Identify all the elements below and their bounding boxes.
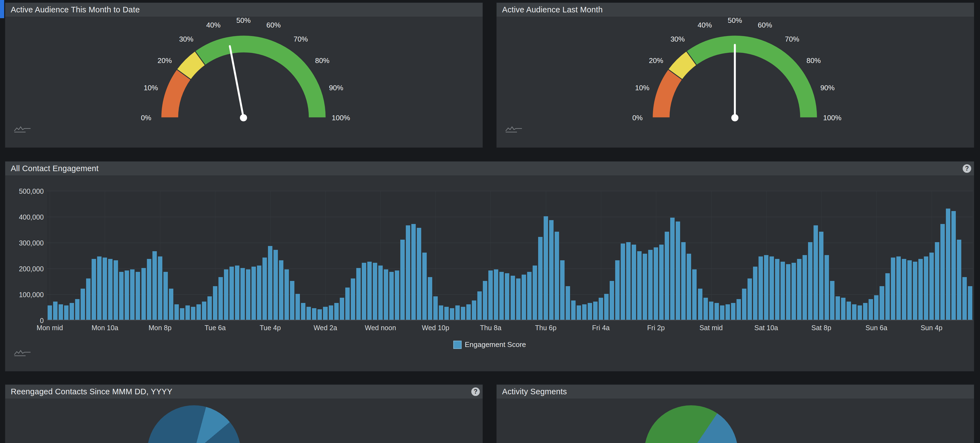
gauge-tick-label: 20%: [649, 56, 663, 65]
engagement-bar: [632, 245, 636, 320]
gauge-band: [195, 35, 326, 118]
engagement-bar: [411, 224, 416, 320]
engagement-bar: [951, 211, 956, 320]
engagement-bar: [896, 257, 901, 320]
engagement-bar: [863, 303, 867, 320]
gauge-tick-label: 60%: [758, 21, 772, 29]
engagement-bar: [544, 216, 548, 320]
gauge-tick-label: 70%: [785, 35, 799, 43]
engagement-bar: [500, 272, 504, 320]
gauge-needle-pivot: [240, 114, 247, 121]
engagement-bar: [224, 269, 228, 320]
engagement-bar: [119, 272, 124, 320]
engagement-bar: [577, 306, 581, 320]
engagement-bar: [781, 262, 785, 320]
reengaged-contacts-pie-chart: [147, 405, 241, 443]
y-axis-labels: 0100,000200,000300,000400,000500,000: [5, 191, 44, 320]
engagement-bar: [257, 266, 261, 320]
engagement-bar: [775, 259, 780, 320]
help-icon[interactable]: ?: [471, 387, 480, 396]
engagement-bar: [196, 304, 201, 320]
x-tick-label: Mon mid: [37, 324, 63, 332]
gauge-tick-label: 10%: [144, 84, 158, 92]
engagement-bar: [59, 304, 63, 320]
engagement-bar: [527, 272, 531, 320]
engagement-bar: [202, 301, 206, 320]
engagement-bar: [114, 260, 118, 320]
help-icon[interactable]: ?: [963, 164, 971, 173]
engagement-bar: [725, 304, 730, 320]
engagement-bar: [505, 273, 509, 320]
engagement-bar: [808, 242, 813, 320]
x-tick-label: Tue 4p: [260, 324, 281, 332]
engagement-bar-chart-plot-area: [47, 191, 973, 320]
engagement-bar: [86, 279, 91, 320]
engagement-bar: [852, 304, 856, 320]
engagement-bar: [924, 257, 928, 320]
y-tick-label: 300,000: [5, 239, 44, 247]
line-chart-watermark-icon: [13, 126, 32, 133]
engagement-bar: [582, 304, 587, 320]
gauge-tick-label: 30%: [179, 35, 193, 43]
panel-header: Activity Segments: [496, 385, 974, 399]
panel-title: Activity Segments: [502, 387, 567, 396]
x-tick-label: Thu 8a: [480, 324, 501, 332]
x-tick-label: Sun 6a: [865, 324, 887, 332]
engagement-bar: [207, 296, 212, 320]
engagement-bar: [279, 260, 283, 320]
x-tick-label: Tue 6a: [204, 324, 226, 332]
y-tick-label: 400,000: [5, 213, 44, 221]
engagement-bar: [621, 244, 625, 320]
engagement-bar: [169, 288, 173, 320]
y-tick-label: 500,000: [5, 187, 44, 195]
engagement-bar: [477, 292, 482, 320]
engagement-bar: [858, 306, 862, 320]
engagement-bar: [246, 269, 250, 320]
engagement-bar: [125, 271, 129, 320]
gauge-tick-label: 40%: [698, 21, 712, 29]
engagement-bar: [175, 304, 179, 320]
engagement-bar: [841, 298, 845, 320]
engagement-bar: [803, 255, 807, 320]
engagement-bar: [461, 307, 465, 320]
x-tick-label: Sat 10a: [754, 324, 778, 332]
engagement-bar: [615, 260, 620, 320]
engagement-bar: [637, 251, 641, 320]
engagement-bar: [566, 286, 570, 320]
engagement-bar: [902, 259, 906, 320]
engagement-bar: [792, 263, 796, 320]
panel-title: Active Audience Last Month: [502, 5, 603, 14]
engagement-bar: [362, 263, 366, 320]
engagement-bar: [494, 269, 498, 320]
engagement-bar: [356, 268, 361, 320]
panel-all-contact-engagement: All Contact Engagement ? 0100,000200,000…: [5, 161, 974, 371]
engagement-bar: [422, 253, 427, 320]
panel-activity-segments: Activity Segments: [496, 384, 974, 443]
y-tick-label: 100,000: [5, 291, 44, 299]
engagement-bar: [53, 301, 57, 320]
engagement-bar: [737, 299, 741, 320]
gauge-tick-label: 100%: [332, 114, 350, 122]
engagement-bar: [940, 224, 945, 320]
gauge-band: [686, 35, 818, 118]
engagement-bar: [384, 269, 388, 320]
engagement-bar: [588, 303, 592, 320]
engagement-bar: [885, 273, 890, 320]
engagement-bar: [428, 277, 432, 320]
engagement-bar: [274, 250, 278, 320]
engagement-bar: [235, 266, 239, 320]
engagement-bar: [907, 260, 912, 320]
engagement-bar: [130, 269, 135, 320]
engagement-bar: [81, 288, 85, 320]
gauge-tick-label: 80%: [315, 56, 329, 65]
engagement-bar: [759, 257, 763, 320]
engagement-bar: [963, 277, 967, 320]
engagement-bar: [511, 276, 515, 320]
gauge-tick-label: 20%: [158, 56, 172, 65]
engagement-bar: [48, 306, 52, 320]
gridline-vertical: [50, 191, 50, 320]
engagement-bar: [213, 286, 217, 320]
engagement-bar: [318, 309, 322, 320]
engagement-bar: [472, 300, 476, 320]
engagement-bar: [571, 300, 576, 320]
